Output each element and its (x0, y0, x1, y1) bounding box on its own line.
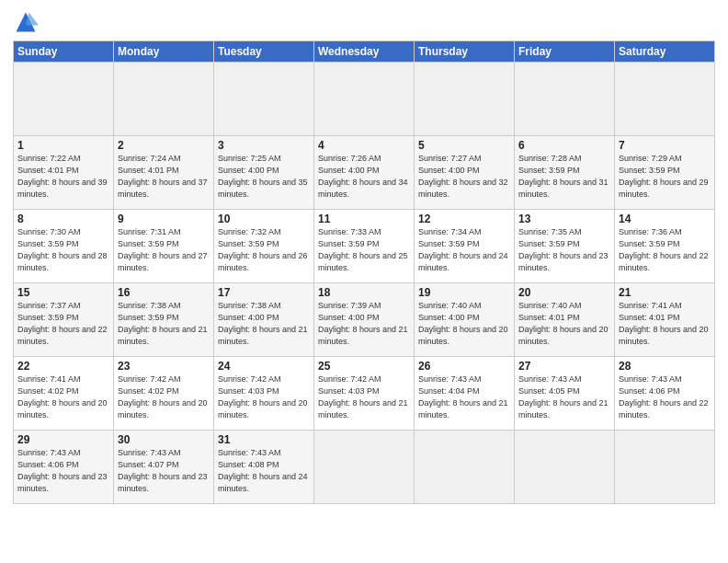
logo-icon (13, 9, 39, 35)
calendar-cell: 25Sunrise: 7:42 AMSunset: 4:03 PMDayligh… (314, 357, 415, 431)
day-number: 26 (418, 360, 510, 373)
day-info: Sunrise: 7:38 AMSunset: 3:59 PMDaylight:… (118, 301, 208, 346)
day-number: 12 (418, 213, 510, 225)
day-info: Sunrise: 7:31 AMSunset: 3:59 PMDaylight:… (118, 227, 208, 272)
day-number: 30 (118, 433, 210, 446)
day-info: Sunrise: 7:26 AMSunset: 4:00 PMDaylight:… (318, 154, 408, 199)
day-info: Sunrise: 7:38 AMSunset: 4:00 PMDaylight:… (218, 301, 308, 346)
day-number: 16 (118, 286, 210, 299)
calendar-cell: 4Sunrise: 7:26 AMSunset: 4:00 PMDaylight… (314, 136, 415, 210)
calendar-cell: 29Sunrise: 7:43 AMSunset: 4:06 PMDayligh… (14, 431, 114, 504)
day-number: 27 (518, 360, 610, 373)
calendar-week-5: 29Sunrise: 7:43 AMSunset: 4:06 PMDayligh… (14, 431, 715, 504)
day-info: Sunrise: 7:37 AMSunset: 3:59 PMDaylight:… (17, 301, 108, 346)
calendar-week-0 (14, 63, 715, 136)
calendar-cell (14, 63, 114, 136)
day-number: 2 (118, 139, 210, 152)
logo (13, 9, 42, 35)
calendar-header-wednesday: Wednesday (314, 41, 415, 63)
day-number: 28 (619, 360, 711, 373)
day-number: 14 (619, 213, 711, 225)
day-info: Sunrise: 7:40 AMSunset: 4:00 PMDaylight:… (418, 301, 508, 346)
calendar-cell: 14Sunrise: 7:36 AMSunset: 3:59 PMDayligh… (615, 210, 715, 283)
calendar-cell: 18Sunrise: 7:39 AMSunset: 4:00 PMDayligh… (314, 283, 415, 357)
calendar-cell (415, 431, 515, 504)
calendar-cell (415, 63, 515, 136)
day-number: 31 (218, 433, 310, 446)
day-number: 22 (17, 360, 109, 373)
day-info: Sunrise: 7:42 AMSunset: 4:03 PMDaylight:… (318, 374, 408, 419)
calendar-header-thursday: Thursday (415, 41, 515, 63)
calendar-cell: 7Sunrise: 7:29 AMSunset: 3:59 PMDaylight… (615, 136, 715, 210)
day-number: 19 (418, 286, 510, 299)
calendar-cell: 15Sunrise: 7:37 AMSunset: 3:59 PMDayligh… (14, 283, 114, 357)
calendar-cell (515, 63, 615, 136)
page: SundayMondayTuesdayWednesdayThursdayFrid… (0, 0, 728, 563)
calendar-cell: 27Sunrise: 7:43 AMSunset: 4:05 PMDayligh… (515, 357, 615, 431)
calendar-cell: 26Sunrise: 7:43 AMSunset: 4:04 PMDayligh… (415, 357, 515, 431)
day-number: 21 (619, 286, 711, 299)
day-info: Sunrise: 7:35 AMSunset: 3:59 PMDaylight:… (518, 227, 609, 272)
calendar: SundayMondayTuesdayWednesdayThursdayFrid… (13, 40, 715, 504)
day-info: Sunrise: 7:24 AMSunset: 4:01 PMDaylight:… (118, 154, 208, 199)
calendar-cell: 24Sunrise: 7:42 AMSunset: 4:03 PMDayligh… (214, 357, 314, 431)
day-info: Sunrise: 7:22 AMSunset: 4:01 PMDaylight:… (17, 154, 108, 199)
header (13, 9, 715, 35)
calendar-week-2: 8Sunrise: 7:30 AMSunset: 3:59 PMDaylight… (14, 210, 715, 283)
day-info: Sunrise: 7:36 AMSunset: 3:59 PMDaylight:… (619, 227, 709, 272)
day-number: 3 (218, 139, 310, 152)
calendar-cell (615, 63, 715, 136)
calendar-cell: 31Sunrise: 7:43 AMSunset: 4:08 PMDayligh… (214, 431, 314, 504)
calendar-cell: 2Sunrise: 7:24 AMSunset: 4:01 PMDaylight… (114, 136, 214, 210)
day-info: Sunrise: 7:43 AMSunset: 4:06 PMDaylight:… (619, 374, 709, 419)
day-number: 17 (218, 286, 310, 299)
day-info: Sunrise: 7:39 AMSunset: 4:00 PMDaylight:… (318, 301, 408, 346)
day-number: 9 (118, 213, 210, 225)
calendar-cell: 10Sunrise: 7:32 AMSunset: 3:59 PMDayligh… (214, 210, 314, 283)
day-info: Sunrise: 7:43 AMSunset: 4:06 PMDaylight:… (17, 448, 108, 493)
day-number: 20 (518, 286, 610, 299)
calendar-cell: 21Sunrise: 7:41 AMSunset: 4:01 PMDayligh… (615, 283, 715, 357)
day-info: Sunrise: 7:41 AMSunset: 4:01 PMDaylight:… (619, 301, 709, 346)
day-info: Sunrise: 7:43 AMSunset: 4:07 PMDaylight:… (118, 448, 208, 493)
day-number: 24 (218, 360, 310, 373)
svg-marker-1 (26, 13, 39, 26)
day-number: 13 (518, 213, 610, 225)
calendar-header-row: SundayMondayTuesdayWednesdayThursdayFrid… (14, 41, 715, 63)
calendar-cell: 23Sunrise: 7:42 AMSunset: 4:02 PMDayligh… (114, 357, 214, 431)
day-number: 11 (318, 213, 410, 225)
calendar-cell: 3Sunrise: 7:25 AMSunset: 4:00 PMDaylight… (214, 136, 314, 210)
day-info: Sunrise: 7:41 AMSunset: 4:02 PMDaylight:… (17, 374, 108, 419)
calendar-week-4: 22Sunrise: 7:41 AMSunset: 4:02 PMDayligh… (14, 357, 715, 431)
calendar-header-monday: Monday (114, 41, 214, 63)
day-number: 15 (17, 286, 109, 299)
day-number: 18 (318, 286, 410, 299)
day-number: 6 (518, 139, 610, 152)
day-info: Sunrise: 7:43 AMSunset: 4:04 PMDaylight:… (418, 374, 508, 419)
calendar-header-friday: Friday (515, 41, 615, 63)
day-info: Sunrise: 7:43 AMSunset: 4:08 PMDaylight:… (218, 448, 308, 493)
day-info: Sunrise: 7:27 AMSunset: 4:00 PMDaylight:… (418, 154, 508, 199)
calendar-header-sunday: Sunday (14, 41, 114, 63)
calendar-cell: 5Sunrise: 7:27 AMSunset: 4:00 PMDaylight… (415, 136, 515, 210)
calendar-week-1: 1Sunrise: 7:22 AMSunset: 4:01 PMDaylight… (14, 136, 715, 210)
day-info: Sunrise: 7:25 AMSunset: 4:00 PMDaylight:… (218, 154, 308, 199)
day-info: Sunrise: 7:33 AMSunset: 3:59 PMDaylight:… (318, 227, 408, 272)
day-info: Sunrise: 7:34 AMSunset: 3:59 PMDaylight:… (418, 227, 508, 272)
calendar-header-tuesday: Tuesday (214, 41, 314, 63)
calendar-cell: 30Sunrise: 7:43 AMSunset: 4:07 PMDayligh… (114, 431, 214, 504)
day-number: 29 (17, 433, 109, 446)
calendar-cell (314, 431, 415, 504)
day-number: 5 (418, 139, 510, 152)
day-info: Sunrise: 7:28 AMSunset: 3:59 PMDaylight:… (518, 154, 609, 199)
day-info: Sunrise: 7:43 AMSunset: 4:05 PMDaylight:… (518, 374, 609, 419)
calendar-cell: 11Sunrise: 7:33 AMSunset: 3:59 PMDayligh… (314, 210, 415, 283)
calendar-cell: 9Sunrise: 7:31 AMSunset: 3:59 PMDaylight… (114, 210, 214, 283)
calendar-cell: 13Sunrise: 7:35 AMSunset: 3:59 PMDayligh… (515, 210, 615, 283)
day-number: 23 (118, 360, 210, 373)
day-number: 10 (218, 213, 310, 225)
calendar-header-saturday: Saturday (615, 41, 715, 63)
calendar-cell: 17Sunrise: 7:38 AMSunset: 4:00 PMDayligh… (214, 283, 314, 357)
day-info: Sunrise: 7:40 AMSunset: 4:01 PMDaylight:… (518, 301, 609, 346)
day-number: 7 (619, 139, 711, 152)
